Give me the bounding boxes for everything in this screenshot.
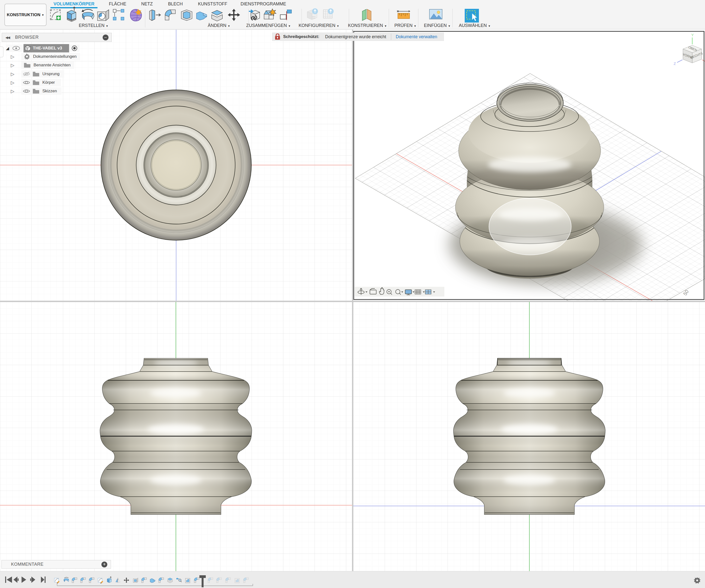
svg-text:Z: Z: [674, 61, 676, 66]
svg-text:Y: Y: [691, 33, 694, 37]
